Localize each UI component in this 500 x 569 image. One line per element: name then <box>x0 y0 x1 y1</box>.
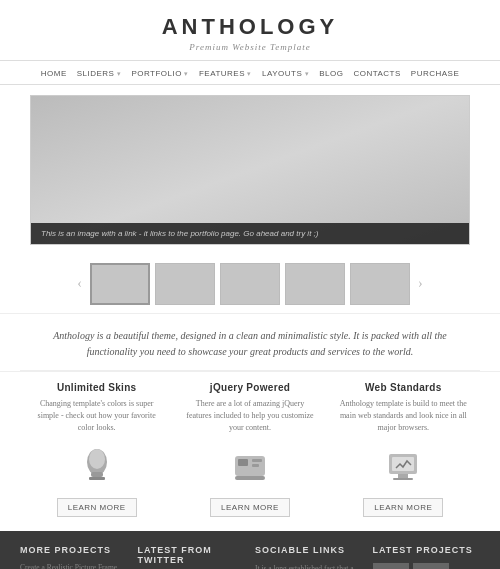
features-section: Unlimited Skins Changing template's colo… <box>0 371 500 531</box>
feature-unlimited-skins: Unlimited Skins Changing template's colo… <box>20 382 173 517</box>
svg-rect-5 <box>238 459 248 466</box>
feature-desc-3: Anthology template is build to meet the … <box>337 398 470 434</box>
svg-rect-7 <box>252 464 259 467</box>
nav-item-features[interactable]: FEATURES ▾ <box>199 69 252 78</box>
feature-desc-1: Changing template's colors is super simp… <box>30 398 163 434</box>
footer-more-projects: MORE PROJECTS Create a Realistic Picture… <box>20 545 128 569</box>
nav-item-layouts[interactable]: LAYOUTS ▾ <box>262 69 309 78</box>
hero-caption: This is an image with a link - it links … <box>31 223 469 244</box>
svg-rect-6 <box>252 459 262 462</box>
footer-social-desc: It is a long established fact that a rea… <box>255 563 363 569</box>
nav-item-purchase[interactable]: PURCHASE <box>411 69 459 78</box>
latest-project-thumbs <box>373 563 481 569</box>
footer-col-heading-4: LATEST PROJECTS <box>373 545 481 555</box>
feature-web-standards: Web Standards Anthology template is buil… <box>327 382 480 517</box>
thumbnail-slider: ‹ › <box>0 255 500 313</box>
nav-item-portfolio[interactable]: PORTFOLIO ▾ <box>131 69 189 78</box>
svg-rect-8 <box>235 476 265 480</box>
nav-arrow-features: ▾ <box>245 70 252 77</box>
prev-arrow[interactable]: ‹ <box>73 276 86 292</box>
thumb-2[interactable] <box>155 263 215 305</box>
footer-project-link-1[interactable]: Create a Realistic Picture Frame With Ph… <box>20 563 128 569</box>
site-header: antholoGY Premium Website Template <box>0 0 500 60</box>
svg-rect-11 <box>398 474 408 478</box>
nav-item-home[interactable]: HOME <box>41 69 67 78</box>
hero-section: This is an image with a link - it links … <box>0 85 500 255</box>
footer-social: SOCIABLE LINKS It is a long established … <box>255 545 363 569</box>
footer-columns: MORE PROJECTS Create a Realistic Picture… <box>20 545 480 569</box>
feature-icon-2 <box>226 442 274 490</box>
latest-thumb-2[interactable] <box>413 563 449 569</box>
footer-latest-projects: LATEST PROJECTS <box>373 545 481 569</box>
thumb-row <box>90 263 410 305</box>
footer-twitter: LATEST FROM TWITTER A new update of my P… <box>138 545 246 569</box>
feature-jquery: jQuery Powered There are a lot of amazin… <box>173 382 326 517</box>
feature-icon-1 <box>73 442 121 490</box>
nav-arrow-sliders: ▾ <box>114 70 121 77</box>
svg-rect-2 <box>91 472 103 477</box>
nav-item-sliders[interactable]: SLIDERS ▾ <box>77 69 122 78</box>
nav-item-contacts[interactable]: CONTACTS <box>353 69 400 78</box>
site-tagline: Premium Website Template <box>0 42 500 52</box>
thumb-3[interactable] <box>220 263 280 305</box>
footer-col-heading-3: SOCIABLE LINKS <box>255 545 363 555</box>
feature-title-1: Unlimited Skins <box>30 382 163 393</box>
intro-text: Anthology is a beautiful theme, designed… <box>40 328 460 360</box>
svg-rect-12 <box>393 478 413 480</box>
next-arrow[interactable]: › <box>414 276 427 292</box>
main-nav: HOMESLIDERS ▾PORTFOLIO ▾FEATURES ▾LAYOUT… <box>0 60 500 85</box>
thumb-4[interactable] <box>285 263 345 305</box>
hero-image[interactable]: This is an image with a link - it links … <box>30 95 470 245</box>
site-title: antholoGY <box>0 14 500 40</box>
feature-title-2: jQuery Powered <box>183 382 316 393</box>
svg-point-1 <box>89 449 105 469</box>
feature-icon-3 <box>379 442 427 490</box>
thumb-1[interactable] <box>90 263 150 305</box>
svg-rect-3 <box>89 477 105 480</box>
nav-arrow-portfolio: ▾ <box>182 70 189 77</box>
nav-item-blog[interactable]: BLOG <box>319 69 343 78</box>
feature-title-3: Web Standards <box>337 382 470 393</box>
learn-more-btn-1[interactable]: LEARN MORE <box>57 498 137 517</box>
footer-col-heading-2: LATEST FROM TWITTER <box>138 545 246 565</box>
learn-more-btn-2[interactable]: LEARN MORE <box>210 498 290 517</box>
latest-thumb-1[interactable] <box>373 563 409 569</box>
intro-section: Anthology is a beautiful theme, designed… <box>0 313 500 370</box>
thumb-5[interactable] <box>350 263 410 305</box>
hero-image-bg <box>31 96 469 244</box>
nav-arrow-layouts: ▾ <box>302 70 309 77</box>
site-footer: MORE PROJECTS Create a Realistic Picture… <box>0 531 500 569</box>
footer-col-heading-1: MORE PROJECTS <box>20 545 128 555</box>
learn-more-btn-3[interactable]: LEARN MORE <box>363 498 443 517</box>
feature-desc-2: There are a lot of amazing jQuery featur… <box>183 398 316 434</box>
